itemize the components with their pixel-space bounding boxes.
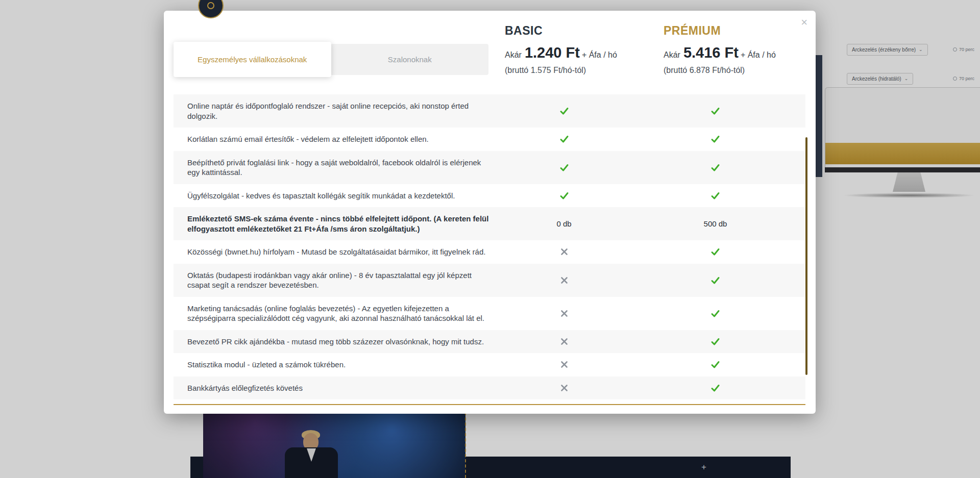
table-row: Online naptár és időpontfoglaló rendszer…	[174, 94, 805, 128]
chevron-down-icon: ⌄	[919, 47, 923, 52]
feature-table: Online naptár és időpontfoglaló rendszer…	[174, 94, 805, 399]
service-list-item: Arckezelés (érzékeny bőrre) ⌄ 70 perc	[847, 43, 974, 56]
duration-label: 70 perc	[959, 47, 974, 52]
pricing-modal: × Egyszemélyes vállalkozásoknak Szalonok…	[164, 11, 816, 414]
feature-premium-value	[625, 275, 805, 285]
plan-price: Akár1.240 Ft+ Áfa / hó	[505, 44, 617, 61]
feature-basic-value	[503, 191, 625, 200]
duration-label: 70 perc	[959, 76, 974, 81]
table-row: Ügyfélszolgálat - kedves és tapasztalt k…	[174, 184, 805, 208]
cross-icon	[560, 248, 568, 256]
plus-button[interactable]: +	[699, 457, 709, 478]
service-dropdown-button[interactable]: Arckezelés (érzékeny bőrre) ⌄	[847, 44, 928, 56]
feature-basic-value	[503, 134, 625, 144]
cross-icon	[560, 384, 568, 392]
feature-basic-value	[503, 276, 625, 284]
service-label: Arckezelés (hidratáló)	[852, 76, 901, 82]
check-icon	[710, 106, 720, 116]
feature-text: Bankkártyás előlegfizetés követés	[174, 383, 503, 393]
price-amount: 1.240 Ft	[525, 44, 580, 61]
feature-text: Ügyfélszolgálat - kedves és tapasztalt k…	[174, 191, 503, 201]
plan-header-basic: BASIC Akár1.240 Ft+ Áfa / hó (bruttó 1.5…	[505, 24, 617, 75]
check-icon	[710, 383, 720, 393]
chevron-down-icon: ⌄	[904, 77, 909, 81]
feature-premium-value	[625, 337, 805, 346]
check-icon	[710, 134, 720, 144]
plan-price: Akár5.416 Ft+ Áfa / hó	[664, 44, 776, 61]
price-amount: 5.416 Ft	[683, 44, 739, 61]
cross-icon	[560, 276, 568, 284]
feature-text: Online naptár és időpontfoglaló rendszer…	[174, 101, 503, 121]
cross-icon	[560, 310, 568, 317]
clock-icon	[953, 47, 957, 52]
feature-basic-value	[503, 310, 625, 317]
plan-name: PRÉMIUM	[664, 24, 776, 38]
monitor-screen	[825, 87, 980, 167]
check-icon	[710, 191, 720, 200]
table-row: Korlátlan számú email értesítők - védele…	[174, 128, 805, 151]
plan-gross-price: (bruttó 1.575 Ft/hó-tól)	[505, 66, 617, 75]
feature-premium-value	[625, 191, 805, 200]
feature-text: Statisztika modul - üzleted a számok tük…	[174, 360, 503, 370]
gold-dashed-divider	[465, 412, 466, 478]
modal-bottom-accent	[174, 404, 805, 405]
tab-szalonoknak[interactable]: Szalonoknak	[331, 44, 489, 75]
service-label: Arckezelés (érzékeny bőrre)	[852, 47, 916, 53]
modal-scrollbar[interactable]	[805, 137, 807, 375]
table-row: Bevezető PR cikk ajándékba - mutasd meg …	[174, 330, 805, 354]
feature-text: Emlékeztető SMS-ek száma évente - nincs …	[174, 214, 503, 234]
check-icon	[710, 247, 720, 257]
monitor-gold-band	[825, 143, 980, 164]
close-icon[interactable]: ×	[801, 17, 807, 28]
feature-basic-value	[503, 106, 625, 116]
cross-icon	[560, 338, 568, 345]
feature-text: Közösségi (bwnet.hu) hírfolyam - Mutasd …	[174, 247, 503, 257]
feature-premium-value	[625, 106, 805, 116]
price-prefix: Akár	[664, 51, 680, 59]
table-row: Oktatás (budapesti irodánkban vagy akár …	[174, 264, 805, 297]
service-dropdown-button[interactable]: Arckezelés (hidratáló) ⌄	[847, 73, 913, 85]
feature-premium-value	[625, 163, 805, 172]
service-list-item: Arckezelés (hidratáló) ⌄ 70 perc	[847, 72, 974, 85]
table-row: Marketing tanácsadás (online foglalás be…	[174, 297, 805, 330]
feature-premium-value	[625, 309, 805, 318]
monitor-chin	[825, 167, 980, 172]
feature-text: Beépíthető privát foglalási link - hogy …	[174, 158, 503, 178]
feature-premium-value	[625, 383, 805, 393]
logo-icon	[207, 2, 214, 9]
clock-icon	[953, 77, 957, 81]
check-icon	[710, 360, 720, 369]
feature-premium-value	[625, 134, 805, 144]
monitor-shadow	[843, 193, 975, 198]
check-icon	[710, 309, 720, 318]
table-row: Emlékeztető SMS-ek száma évente - nincs …	[174, 207, 805, 240]
feature-premium-value	[625, 360, 805, 369]
check-icon	[710, 275, 720, 285]
feature-basic-value	[503, 338, 625, 345]
feature-basic-value: 0 db	[503, 219, 625, 229]
feature-text: Oktatás (budapesti irodánkban vagy akár …	[174, 270, 503, 290]
feature-basic-value	[503, 384, 625, 392]
price-suffix: + Áfa / hó	[582, 51, 617, 59]
feature-premium-value: 500 db	[625, 219, 805, 229]
hero-image	[203, 414, 465, 478]
price-suffix: + Áfa / hó	[741, 51, 776, 59]
service-duration: 70 perc	[953, 76, 974, 81]
table-row: Statisztika modul - üzleted a számok tük…	[174, 353, 805, 376]
check-icon	[559, 106, 569, 116]
feature-premium-value	[625, 247, 805, 257]
plan-header-premium: PRÉMIUM Akár5.416 Ft+ Áfa / hó (bruttó 6…	[664, 24, 776, 75]
tab-egyszemelyes[interactable]: Egyszemélyes vállalkozásoknak	[174, 42, 331, 77]
check-icon	[710, 337, 720, 346]
feature-basic-value	[503, 163, 625, 172]
check-icon	[710, 163, 720, 172]
feature-text: Korlátlan számú email értesítők - védele…	[174, 134, 503, 144]
feature-text: Bevezető PR cikk ajándékba - mutasd meg …	[174, 337, 503, 347]
feature-text: Marketing tanácsadás (online foglalás be…	[174, 304, 503, 323]
check-icon	[559, 134, 569, 144]
feature-basic-value	[503, 248, 625, 256]
monitor-stand	[893, 172, 925, 192]
plan-gross-price: (bruttó 6.878 Ft/hó-tól)	[664, 66, 776, 75]
plan-audience-tabs: Egyszemélyes vállalkozásoknak Szalonokna…	[174, 44, 488, 75]
plan-name: BASIC	[505, 24, 617, 38]
